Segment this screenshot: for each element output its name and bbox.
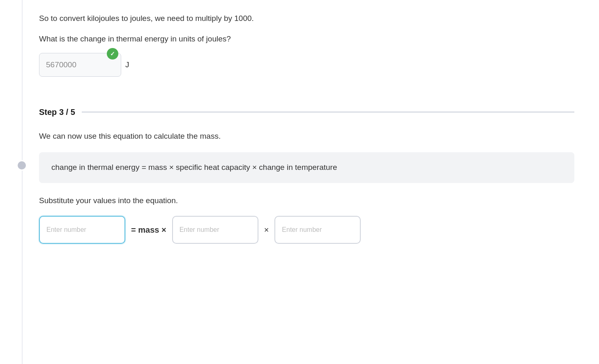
answer-unit: J xyxy=(125,59,129,71)
page-wrapper: So to convert kilojoules to joules, we n… xyxy=(0,0,599,364)
answer-container: 5670000 ✓ J xyxy=(39,53,574,77)
left-gutter xyxy=(0,0,23,364)
third-number-input[interactable] xyxy=(274,216,361,244)
convert-text: So to convert kilojoules to joules, we n… xyxy=(39,12,574,25)
mass-operator: = mass × xyxy=(131,223,166,236)
third-number-field[interactable] xyxy=(282,226,353,234)
step-header: Step 3 / 5 xyxy=(39,101,574,119)
second-number-field[interactable] xyxy=(180,226,251,234)
question-text: What is the change in thermal energy in … xyxy=(39,33,574,45)
answer-value: 5670000 xyxy=(46,59,76,71)
substitute-text: Substitute your values into the equation… xyxy=(39,195,574,207)
second-number-input[interactable] xyxy=(172,216,258,244)
step-title: Step 3 / 5 xyxy=(39,105,75,119)
step-description: We can now use this equation to calculat… xyxy=(39,130,574,142)
equation-inputs: = mass × × xyxy=(39,216,574,244)
step-divider xyxy=(82,112,574,112)
step-indicator xyxy=(16,160,27,171)
equation-box: change in thermal energy = mass × specif… xyxy=(39,152,574,183)
equation-text: change in thermal energy = mass × specif… xyxy=(51,163,337,172)
correct-checkmark: ✓ xyxy=(107,48,118,60)
first-number-input[interactable] xyxy=(39,216,125,244)
content-area: So to convert kilojoules to joules, we n… xyxy=(23,0,599,364)
first-number-field[interactable] xyxy=(46,226,118,234)
section-top: So to convert kilojoules to joules, we n… xyxy=(39,12,574,101)
times-operator: × xyxy=(264,223,269,236)
